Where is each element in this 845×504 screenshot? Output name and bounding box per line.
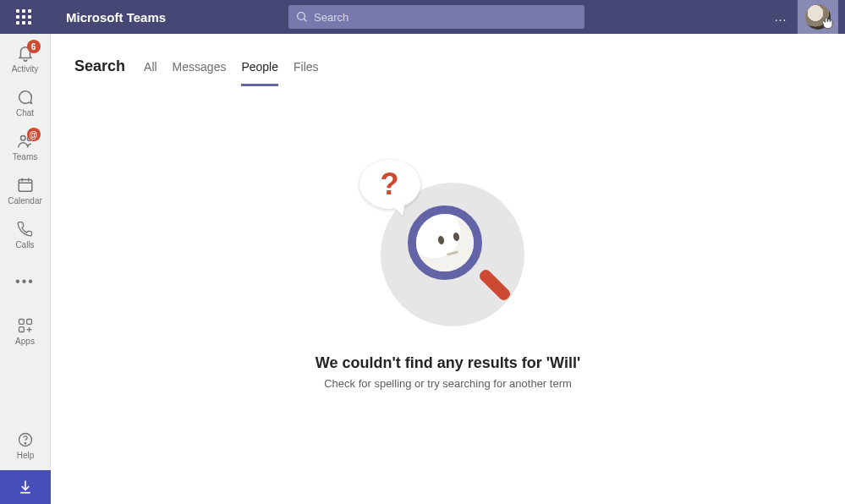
- svg-point-0: [298, 13, 305, 20]
- tab-all[interactable]: All: [144, 55, 157, 79]
- nav-calls-label: Calls: [15, 240, 34, 249]
- empty-state: ? We couldn't find any results for 'Will…: [51, 81, 845, 504]
- activity-badge: 6: [27, 40, 41, 53]
- top-header: Microsoft Teams Search ...: [0, 0, 845, 34]
- app-launcher-button[interactable]: [7, 0, 41, 34]
- nav-activity-label: Activity: [12, 64, 39, 74]
- svg-rect-11: [19, 320, 24, 325]
- phone-icon: [15, 219, 36, 239]
- more-icon: •••: [15, 271, 36, 292]
- waffle-icon: [16, 9, 31, 25]
- nav-chat-label: Chat: [16, 108, 34, 118]
- nav-teams-label: Teams: [13, 152, 37, 162]
- tab-people[interactable]: People: [241, 55, 278, 79]
- nav-rail: Activity 6 Chat Teams @ Calendar: [0, 34, 51, 504]
- header-more-button[interactable]: ...: [764, 0, 798, 34]
- svg-line-1: [304, 19, 306, 21]
- calendar-icon: [15, 175, 36, 195]
- search-input[interactable]: Search: [288, 5, 584, 29]
- cursor-hand-icon: [820, 15, 835, 30]
- download-button[interactable]: [0, 470, 51, 504]
- svg-point-2: [20, 136, 25, 141]
- svg-point-15: [25, 443, 25, 444]
- nav-chat[interactable]: Chat: [0, 80, 51, 124]
- nav-help[interactable]: Help: [0, 423, 51, 467]
- page-title: Search: [74, 58, 125, 75]
- app-title: Microsoft Teams: [66, 10, 166, 25]
- search-tabs-row: Search All Messages People Files: [51, 34, 845, 81]
- profile-button[interactable]: [798, 0, 838, 34]
- nav-activity[interactable]: Activity 6: [0, 36, 51, 80]
- empty-state-title: We couldn't find any results for 'Will': [316, 354, 580, 372]
- nav-apps[interactable]: Apps: [0, 309, 51, 353]
- nav-more[interactable]: •••: [0, 260, 51, 304]
- svg-rect-13: [19, 327, 24, 332]
- speech-bubble-icon: ?: [359, 160, 420, 209]
- empty-state-subtitle: Check for spelling or try searching for …: [324, 377, 572, 390]
- nav-apps-label: Apps: [15, 337, 35, 346]
- svg-rect-4: [19, 180, 32, 192]
- tab-files[interactable]: Files: [294, 55, 319, 79]
- nav-help-label: Help: [17, 451, 35, 460]
- help-icon: [15, 430, 36, 450]
- search-placeholder-text: Search: [314, 11, 348, 24]
- main-content: Search All Messages People Files ?: [51, 34, 845, 504]
- question-mark-icon: ?: [381, 167, 399, 202]
- search-icon: [295, 10, 309, 24]
- empty-illustration: ?: [364, 162, 533, 331]
- apps-icon: [15, 315, 36, 336]
- tab-messages[interactable]: Messages: [173, 55, 227, 79]
- chat-icon: [15, 87, 36, 107]
- download-icon: [17, 479, 34, 496]
- magnifier-icon: [408, 205, 489, 287]
- svg-rect-12: [26, 320, 31, 325]
- nav-calendar-label: Calendar: [8, 196, 42, 205]
- nav-calls[interactable]: Calls: [0, 212, 51, 256]
- teams-badge: @: [27, 128, 41, 141]
- nav-calendar[interactable]: Calendar: [0, 168, 51, 212]
- nav-teams[interactable]: Teams @: [0, 124, 51, 168]
